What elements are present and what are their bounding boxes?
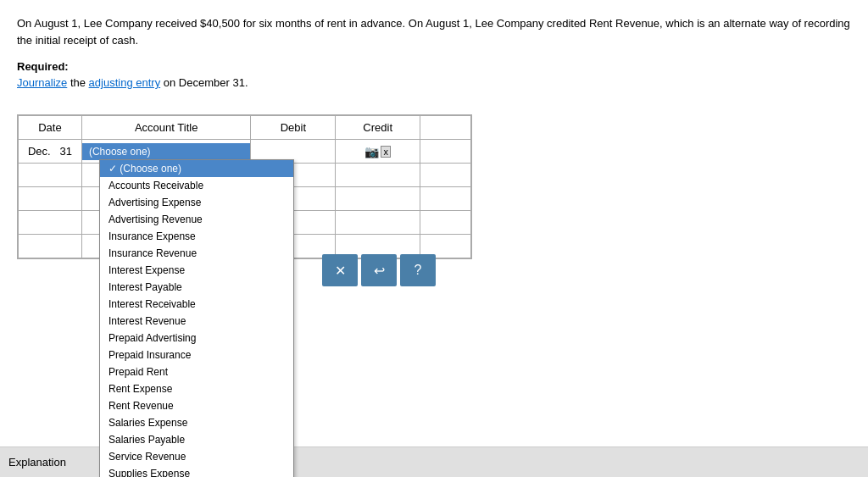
header-date: Date: [19, 116, 82, 140]
header-account: Account Title: [81, 116, 251, 140]
dropdown-item[interactable]: Insurance Revenue: [100, 245, 293, 262]
action-buttons: ✕ ↩ ?: [322, 254, 436, 286]
page-content: On August 1, Lee Company received $40,50…: [0, 0, 868, 477]
dropdown-item[interactable]: Accounts Receivable: [100, 177, 293, 194]
header-debit: Debit: [251, 116, 336, 140]
dropdown-item[interactable]: Salaries Payable: [100, 431, 293, 448]
journal-container: Date Account Title Debit Credit: [17, 114, 472, 259]
close-small-icon[interactable]: x: [381, 146, 391, 158]
required-links: Journalize the adjusting entry on Decemb…: [17, 76, 851, 89]
dropdown-item[interactable]: Prepaid Rent: [100, 363, 293, 380]
dropdown-selected[interactable]: (Choose one): [82, 143, 251, 160]
undo-button[interactable]: ↩: [361, 254, 397, 286]
dropdown-item[interactable]: Advertising Revenue: [100, 211, 293, 228]
header-extra: [420, 116, 471, 140]
dropdown-item[interactable]: Rent Expense: [100, 380, 293, 397]
journalize-link[interactable]: Journalize: [17, 76, 67, 89]
adjusting-entry-link[interactable]: adjusting entry: [89, 76, 161, 89]
dropdown-item[interactable]: Prepaid Insurance: [100, 347, 293, 363]
required-label: Required:: [17, 60, 851, 73]
dropdown-item[interactable]: Interest Expense: [100, 262, 293, 279]
credit-cell: 📷 x: [336, 140, 420, 164]
help-button[interactable]: ?: [400, 254, 436, 286]
dropdown-item[interactable]: Rent Revenue: [100, 397, 293, 414]
camera-icon[interactable]: 📷: [364, 145, 379, 158]
explanation-label: Explanation: [8, 456, 66, 469]
dropdown-item[interactable]: Insurance Expense: [100, 228, 293, 245]
dropdown-item[interactable]: Prepaid Advertising: [100, 330, 293, 347]
dropdown-item[interactable]: Service Revenue: [100, 448, 293, 465]
dropdown-item[interactable]: Salaries Expense: [100, 414, 293, 431]
dropdown-item[interactable]: Interest Receivable: [100, 296, 293, 313]
dropdown-item[interactable]: Interest Payable: [100, 279, 293, 296]
account-dropdown[interactable]: ✓ (Choose one)Accounts ReceivableAdverti…: [99, 159, 294, 477]
dropdown-item[interactable]: Advertising Expense: [100, 194, 293, 211]
extra-cell: [420, 140, 471, 164]
dropdown-item-placeholder[interactable]: ✓ (Choose one): [100, 160, 293, 177]
cancel-button[interactable]: ✕: [322, 254, 358, 286]
date-month-cell: Dec. 31: [19, 140, 82, 164]
dropdown-item[interactable]: Interest Revenue: [100, 313, 293, 330]
header-credit: Credit: [336, 116, 420, 140]
dropdown-item[interactable]: Supplies Expense: [100, 465, 293, 477]
intro-text: On August 1, Lee Company received $40,50…: [17, 15, 851, 48]
